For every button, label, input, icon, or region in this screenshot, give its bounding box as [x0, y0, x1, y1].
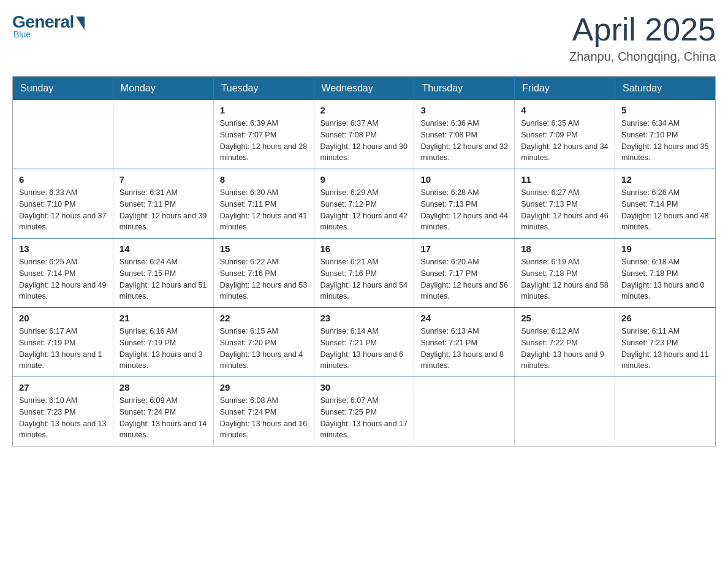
day-number: 6: [19, 174, 107, 185]
day-info: Sunrise: 6:39 AMSunset: 7:07 PMDaylight:…: [220, 118, 308, 164]
day-info: Sunrise: 6:14 AMSunset: 7:21 PMDaylight:…: [320, 326, 408, 372]
table-row: 25Sunrise: 6:12 AMSunset: 7:22 PMDayligh…: [515, 308, 615, 377]
day-number: 28: [119, 382, 207, 393]
day-info: Sunrise: 6:17 AMSunset: 7:19 PMDaylight:…: [19, 326, 107, 372]
title-section: April 2025 Zhanpu, Chongqing, China: [569, 12, 716, 64]
table-row: 9Sunrise: 6:29 AMSunset: 7:12 PMDaylight…: [314, 169, 414, 239]
table-row: 22Sunrise: 6:15 AMSunset: 7:20 PMDayligh…: [213, 308, 314, 377]
day-number: 19: [621, 243, 709, 254]
day-number: 29: [220, 382, 308, 393]
table-row: 21Sunrise: 6:16 AMSunset: 7:19 PMDayligh…: [113, 308, 213, 377]
day-info: Sunrise: 6:35 AMSunset: 7:09 PMDaylight:…: [521, 118, 609, 164]
day-info: Sunrise: 6:24 AMSunset: 7:15 PMDaylight:…: [119, 256, 207, 302]
table-row: 14Sunrise: 6:24 AMSunset: 7:15 PMDayligh…: [113, 239, 213, 308]
day-info: Sunrise: 6:33 AMSunset: 7:10 PMDaylight:…: [19, 187, 107, 233]
day-info: Sunrise: 6:10 AMSunset: 7:23 PMDaylight:…: [19, 395, 107, 441]
col-wednesday: Wednesday: [314, 77, 414, 101]
day-number: 22: [220, 313, 308, 323]
day-info: Sunrise: 6:16 AMSunset: 7:19 PMDaylight:…: [119, 326, 207, 372]
day-number: 16: [320, 243, 408, 254]
table-row: 27Sunrise: 6:10 AMSunset: 7:23 PMDayligh…: [13, 377, 113, 446]
day-info: Sunrise: 6:18 AMSunset: 7:18 PMDaylight:…: [621, 256, 709, 302]
table-row: 24Sunrise: 6:13 AMSunset: 7:21 PMDayligh…: [414, 308, 515, 377]
month-title: April 2025: [569, 12, 716, 47]
table-row: 1Sunrise: 6:39 AMSunset: 7:07 PMDaylight…: [213, 100, 314, 169]
table-row: 5Sunrise: 6:34 AMSunset: 7:10 PMDaylight…: [615, 100, 716, 169]
day-info: Sunrise: 6:19 AMSunset: 7:18 PMDaylight:…: [521, 256, 609, 302]
day-number: 24: [420, 313, 508, 323]
calendar-header-row: Sunday Monday Tuesday Wednesday Thursday…: [13, 77, 716, 101]
day-info: Sunrise: 6:25 AMSunset: 7:14 PMDaylight:…: [19, 256, 107, 302]
col-friday: Friday: [515, 77, 615, 101]
table-row: 28Sunrise: 6:09 AMSunset: 7:24 PMDayligh…: [113, 377, 213, 446]
table-row: 19Sunrise: 6:18 AMSunset: 7:18 PMDayligh…: [615, 239, 716, 308]
table-row: 8Sunrise: 6:30 AMSunset: 7:11 PMDaylight…: [213, 169, 314, 239]
day-info: Sunrise: 6:22 AMSunset: 7:16 PMDaylight:…: [220, 256, 308, 302]
table-row: 10Sunrise: 6:28 AMSunset: 7:13 PMDayligh…: [414, 169, 515, 239]
day-number: 30: [320, 382, 408, 393]
table-row: [13, 100, 113, 169]
day-number: 20: [19, 313, 107, 323]
day-number: 13: [19, 243, 107, 254]
table-row: 13Sunrise: 6:25 AMSunset: 7:14 PMDayligh…: [13, 239, 113, 308]
day-number: 27: [19, 382, 107, 393]
day-info: Sunrise: 6:27 AMSunset: 7:13 PMDaylight:…: [521, 187, 609, 233]
day-info: Sunrise: 6:28 AMSunset: 7:13 PMDaylight:…: [420, 187, 508, 233]
day-number: 12: [621, 174, 709, 185]
table-row: 7Sunrise: 6:31 AMSunset: 7:11 PMDaylight…: [113, 169, 213, 239]
day-number: 5: [621, 105, 709, 115]
day-info: Sunrise: 6:12 AMSunset: 7:22 PMDaylight:…: [521, 326, 609, 372]
day-number: 21: [119, 313, 207, 323]
table-row: 20Sunrise: 6:17 AMSunset: 7:19 PMDayligh…: [13, 308, 113, 377]
day-info: Sunrise: 6:07 AMSunset: 7:25 PMDaylight:…: [320, 395, 408, 441]
day-info: Sunrise: 6:08 AMSunset: 7:24 PMDaylight:…: [220, 395, 308, 441]
day-info: Sunrise: 6:29 AMSunset: 7:12 PMDaylight:…: [320, 187, 408, 233]
col-saturday: Saturday: [615, 77, 716, 101]
day-info: Sunrise: 6:30 AMSunset: 7:11 PMDaylight:…: [220, 187, 308, 233]
table-row: 11Sunrise: 6:27 AMSunset: 7:13 PMDayligh…: [515, 169, 615, 239]
day-info: Sunrise: 6:36 AMSunset: 7:08 PMDaylight:…: [420, 118, 508, 164]
day-number: 7: [119, 174, 207, 185]
col-sunday: Sunday: [13, 77, 113, 101]
day-number: 8: [220, 174, 308, 185]
day-number: 14: [119, 243, 207, 254]
table-row: [515, 377, 615, 446]
table-row: [414, 377, 515, 446]
day-info: Sunrise: 6:34 AMSunset: 7:10 PMDaylight:…: [621, 118, 709, 164]
day-info: Sunrise: 6:15 AMSunset: 7:20 PMDaylight:…: [220, 326, 308, 372]
table-row: [113, 100, 213, 169]
day-info: Sunrise: 6:11 AMSunset: 7:23 PMDaylight:…: [621, 326, 709, 372]
day-number: 26: [621, 313, 709, 323]
table-row: 30Sunrise: 6:07 AMSunset: 7:25 PMDayligh…: [314, 377, 414, 446]
day-number: 23: [320, 313, 408, 323]
table-row: 4Sunrise: 6:35 AMSunset: 7:09 PMDaylight…: [515, 100, 615, 169]
day-number: 11: [521, 174, 609, 185]
day-number: 17: [420, 243, 508, 254]
day-number: 15: [220, 243, 308, 254]
day-info: Sunrise: 6:20 AMSunset: 7:17 PMDaylight:…: [420, 256, 508, 302]
day-number: 3: [420, 105, 508, 115]
day-number: 18: [521, 243, 609, 254]
table-row: 12Sunrise: 6:26 AMSunset: 7:14 PMDayligh…: [615, 169, 716, 239]
page-header: General Blue April 2025 Zhanpu, Chongqin…: [12, 12, 716, 64]
calendar-week-row: 20Sunrise: 6:17 AMSunset: 7:19 PMDayligh…: [13, 308, 716, 377]
col-tuesday: Tuesday: [213, 77, 314, 101]
day-number: 4: [521, 105, 609, 115]
table-row: 29Sunrise: 6:08 AMSunset: 7:24 PMDayligh…: [213, 377, 314, 446]
day-info: Sunrise: 6:31 AMSunset: 7:11 PMDaylight:…: [119, 187, 207, 233]
location-text: Zhanpu, Chongqing, China: [569, 50, 716, 64]
table-row: 17Sunrise: 6:20 AMSunset: 7:17 PMDayligh…: [414, 239, 515, 308]
table-row: 18Sunrise: 6:19 AMSunset: 7:18 PMDayligh…: [515, 239, 615, 308]
table-row: 6Sunrise: 6:33 AMSunset: 7:10 PMDaylight…: [13, 169, 113, 239]
day-info: Sunrise: 6:09 AMSunset: 7:24 PMDaylight:…: [119, 395, 207, 441]
logo: General Blue: [12, 12, 87, 39]
day-number: 9: [320, 174, 408, 185]
col-thursday: Thursday: [414, 77, 515, 101]
table-row: 2Sunrise: 6:37 AMSunset: 7:08 PMDaylight…: [314, 100, 414, 169]
day-number: 2: [320, 105, 408, 115]
day-info: Sunrise: 6:13 AMSunset: 7:21 PMDaylight:…: [420, 326, 508, 372]
calendar-week-row: 13Sunrise: 6:25 AMSunset: 7:14 PMDayligh…: [13, 239, 716, 308]
table-row: [615, 377, 716, 446]
table-row: 16Sunrise: 6:21 AMSunset: 7:16 PMDayligh…: [314, 239, 414, 308]
day-info: Sunrise: 6:21 AMSunset: 7:16 PMDaylight:…: [320, 256, 408, 302]
